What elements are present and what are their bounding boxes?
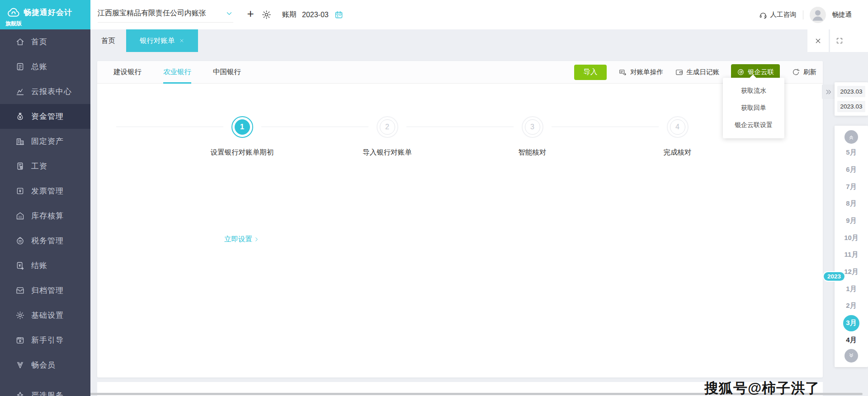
import-button[interactable]: 导入: [574, 65, 607, 80]
bank-tab[interactable]: 建设银行: [113, 61, 142, 84]
month-item[interactable]: 12月: [843, 264, 859, 280]
month-item[interactable]: 8月: [843, 196, 859, 212]
app-window: 畅捷通好会计 旗舰版 首页 总账 云报表中心 资金管理 固定资: [0, 0, 868, 396]
invoice-icon: [15, 186, 25, 196]
month-item[interactable]: 9月: [843, 212, 859, 229]
sidebar-item[interactable]: 归档管理: [0, 278, 90, 303]
sidebar-item-label: 归档管理: [31, 285, 64, 296]
period-chip[interactable]: 2023.03: [837, 101, 865, 112]
month-label: 2月: [846, 302, 856, 310]
sidebar-item[interactable]: 基础设置: [0, 303, 90, 328]
step-label: 导入银行对账单: [363, 148, 412, 157]
chevron-right-icon: [253, 236, 260, 243]
support-button[interactable]: 人工咨询: [759, 10, 797, 19]
inventory-icon: [15, 211, 25, 221]
calendar-icon[interactable]: [334, 10, 344, 19]
period-value: 2023-03: [302, 11, 329, 19]
sidebar-item[interactable]: 税务管理: [0, 228, 90, 253]
refresh-button[interactable]: 刷新: [792, 68, 816, 76]
month-label: 12月: [844, 268, 859, 276]
period-label: 账期: [282, 10, 297, 19]
month-item[interactable]: 2月: [843, 298, 859, 314]
month-item[interactable]: 10月: [843, 230, 859, 246]
wallet-icon: [675, 68, 684, 76]
bank-cloud-menu-item[interactable]: 获取回单: [723, 99, 784, 117]
refresh-icon: [792, 68, 800, 76]
sidebar-item[interactable]: 新手引导: [0, 328, 90, 353]
sidebar-item[interactable]: 固定资产: [0, 129, 90, 154]
sidebar-item[interactable]: 库存核算: [0, 203, 90, 228]
collapse-date-panel-button[interactable]: [822, 85, 835, 99]
assets-icon: [15, 137, 25, 146]
step-number: 3: [525, 119, 540, 135]
page-tab[interactable]: 银行对账单: [126, 29, 198, 52]
month-item[interactable]: 3月: [843, 315, 859, 331]
funds-icon: [15, 112, 25, 121]
sidebar-item[interactable]: 结账: [0, 253, 90, 278]
sidebar-item[interactable]: 云报表中心: [0, 79, 90, 104]
person-icon: [810, 7, 826, 23]
setup-stepper: 1 设置银行对账单期初 2 导入银行对账单 3 智能核对 4: [170, 116, 750, 157]
gear-icon[interactable]: [261, 9, 272, 20]
spark-icon: [15, 391, 25, 396]
bank-cloud-menu-item[interactable]: 银企云联设置: [723, 117, 784, 134]
tax-icon: [15, 236, 25, 245]
sidebar-item[interactable]: 首页: [0, 29, 90, 54]
generate-journal-label: 生成日记账: [687, 68, 720, 76]
step-number: 2: [380, 119, 395, 135]
close-page-button[interactable]: [807, 29, 829, 52]
month-item[interactable]: 7月: [843, 179, 859, 195]
app-title: 畅捷通好会计: [24, 7, 72, 18]
add-account-button[interactable]: +: [242, 5, 259, 22]
month-item[interactable]: 6月: [843, 161, 859, 178]
setup-now-link[interactable]: 立即设置: [170, 235, 315, 244]
sidebar-item[interactable]: 总账: [0, 54, 90, 79]
company-selector[interactable]: 江西服宝精品有限责任公司内账张: [98, 5, 233, 23]
guide-icon: [15, 335, 25, 345]
cloud-logo-icon: [6, 5, 21, 20]
sidebar-item-label: 总账: [31, 61, 47, 72]
month-item[interactable]: 5月: [843, 145, 859, 161]
double-chevron-right-icon: [825, 88, 832, 96]
bank-tab[interactable]: 中国银行: [213, 61, 241, 84]
step-circle: 3: [522, 116, 543, 138]
tab-close-icon[interactable]: [179, 38, 184, 43]
closing-icon: [15, 261, 25, 270]
generate-journal-button[interactable]: 生成日记账: [675, 68, 720, 76]
month-item[interactable]: 11月: [843, 247, 859, 263]
sidebar-item[interactable]: 畅会员: [0, 353, 90, 377]
chevron-down-icon: [225, 9, 233, 18]
step-label: 完成核对: [664, 148, 692, 157]
sidebar-item[interactable]: 资金管理: [0, 104, 90, 129]
bank-cloud-menu-item[interactable]: 获取流水: [723, 82, 784, 99]
sidebar-item[interactable]: 工资: [0, 154, 90, 179]
statement-actions-button[interactable]: 对账单操作: [618, 68, 663, 76]
refresh-label: 刷新: [803, 68, 816, 76]
sidebar-item[interactable]: 严选服务: [0, 383, 90, 396]
month-label: 4月: [846, 336, 856, 344]
bank-tab-label: 农业银行: [163, 68, 191, 75]
company-name: 江西服宝精品有限责任公司内账张: [98, 9, 206, 18]
scroll-down-button[interactable]: [844, 349, 858, 363]
month-item[interactable]: 1月: [843, 281, 859, 297]
month-label: 11月: [844, 250, 859, 259]
stepper-step: 3 智能核对: [460, 116, 605, 157]
scroll-up-button[interactable]: [844, 130, 858, 144]
period-chip[interactable]: 2023.03: [837, 86, 865, 97]
account-period: 账期 2023-03: [282, 0, 344, 29]
page-tab[interactable]: 首页: [90, 29, 126, 52]
bank-statement-card: 建设银行 农业银行 中国银行 导入 对账单操作 生成日记账: [97, 61, 823, 377]
step-label: 设置银行对账单期初: [211, 148, 274, 157]
year-badge: 2023: [824, 272, 844, 281]
bank-tab-label: 中国银行: [213, 68, 241, 75]
avatar[interactable]: [810, 7, 826, 23]
fullscreen-button[interactable]: [830, 29, 868, 52]
home-icon: [15, 37, 25, 47]
sidebar-item[interactable]: 发票管理: [0, 179, 90, 203]
month-item[interactable]: 4月: [843, 332, 859, 348]
bank-tab[interactable]: 农业银行: [163, 61, 191, 84]
sidebar-item-label: 工资: [31, 161, 47, 171]
card-header: 建设银行 农业银行 中国银行 导入 对账单操作 生成日记账: [97, 61, 823, 84]
username[interactable]: 畅捷通: [832, 10, 852, 19]
month-label: 10月: [844, 234, 859, 242]
